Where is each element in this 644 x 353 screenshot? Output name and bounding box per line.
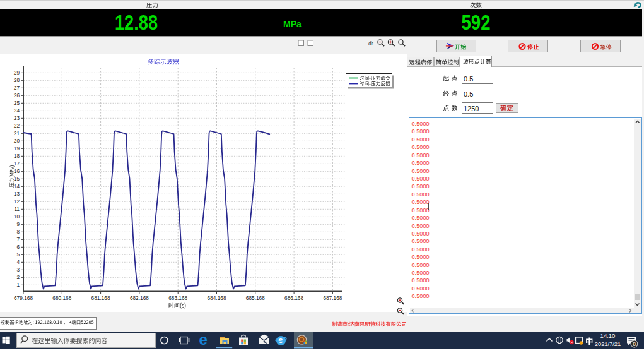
- svg-text:0.5000: 0.5000: [412, 262, 430, 268]
- svg-text:2: 2: [16, 274, 20, 280]
- svg-text:9: 9: [16, 221, 20, 227]
- svg-text:0.5000: 0.5000: [412, 223, 430, 229]
- svg-text:5: 5: [16, 251, 20, 258]
- svg-text:27: 27: [14, 85, 20, 91]
- svg-text:10: 10: [14, 213, 20, 220]
- svg-text:21: 21: [14, 130, 20, 136]
- svg-text:20: 20: [14, 138, 20, 144]
- svg-text:0.5000: 0.5000: [412, 176, 430, 182]
- svg-text:0.5000: 0.5000: [412, 277, 430, 284]
- svg-text:687.168: 687.168: [323, 295, 342, 301]
- svg-text:0.5000: 0.5000: [412, 160, 430, 166]
- svg-text:0.5000: 0.5000: [412, 168, 430, 174]
- svg-text:680.168: 680.168: [52, 295, 71, 301]
- svg-text:11: 11: [14, 206, 20, 212]
- svg-text:16: 16: [14, 168, 20, 174]
- svg-text:6: 6: [16, 244, 20, 250]
- svg-text:685.168: 685.168: [246, 295, 265, 301]
- svg-text:7: 7: [16, 236, 20, 242]
- svg-text:0.5000: 0.5000: [412, 191, 430, 198]
- svg-text:18: 18: [14, 153, 20, 159]
- svg-text:0.5000: 0.5000: [412, 152, 430, 159]
- svg-text:12.88: 12.88: [115, 11, 158, 34]
- svg-text:0.5000: 0.5000: [412, 285, 430, 292]
- svg-text:1250: 1250: [464, 105, 479, 112]
- svg-text:0.5000: 0.5000: [412, 270, 430, 276]
- svg-text:0.5000: 0.5000: [412, 183, 430, 189]
- svg-text:25: 25: [14, 100, 20, 106]
- svg-text:14: 14: [14, 183, 20, 189]
- svg-text:MPa: MPa: [283, 19, 302, 29]
- svg-text:4: 4: [16, 259, 20, 265]
- svg-text:684.168: 684.168: [208, 295, 226, 301]
- svg-text:0.5000: 0.5000: [412, 144, 430, 150]
- svg-text:0.5000: 0.5000: [412, 254, 430, 260]
- svg-text:8: 8: [633, 341, 636, 347]
- svg-text:22: 22: [14, 123, 20, 129]
- svg-text:0.5: 0.5: [464, 75, 473, 83]
- svg-text:0.5000: 0.5000: [412, 230, 430, 237]
- svg-text:0.5000: 0.5000: [412, 215, 430, 221]
- svg-text:29: 29: [14, 69, 20, 76]
- svg-text:686.168: 686.168: [284, 295, 303, 301]
- svg-text:13: 13: [14, 191, 20, 197]
- svg-text:592: 592: [462, 11, 491, 34]
- svg-text:0.5000: 0.5000: [412, 238, 430, 244]
- svg-text:14:10: 14:10: [600, 332, 616, 339]
- svg-text:0.5000: 0.5000: [412, 207, 430, 213]
- svg-text:682.168: 682.168: [130, 295, 149, 301]
- svg-text:3: 3: [16, 266, 20, 273]
- svg-text:28: 28: [14, 77, 20, 83]
- svg-text:24: 24: [14, 107, 20, 114]
- svg-text:e: e: [278, 335, 283, 345]
- svg-text:1: 1: [16, 282, 20, 288]
- svg-text:0.5000: 0.5000: [412, 128, 430, 135]
- svg-text:17: 17: [14, 160, 20, 167]
- svg-text:681.168: 681.168: [91, 295, 110, 301]
- svg-text:26: 26: [14, 92, 20, 99]
- svg-text:8: 8: [16, 229, 20, 235]
- svg-text:2021/7/21: 2021/7/21: [595, 341, 621, 347]
- svg-text:0.5000: 0.5000: [412, 121, 430, 127]
- svg-text:0.5000: 0.5000: [412, 246, 430, 253]
- svg-text:23: 23: [14, 115, 20, 121]
- svg-text:0.5: 0.5: [464, 90, 473, 98]
- svg-text:0.5000: 0.5000: [412, 199, 430, 205]
- svg-text:683.168: 683.168: [168, 295, 187, 301]
- svg-text:15: 15: [14, 176, 20, 182]
- svg-text:19: 19: [14, 145, 20, 152]
- svg-text:e: e: [199, 331, 208, 348]
- svg-text:0.5000: 0.5000: [412, 293, 430, 299]
- svg-text:12: 12: [14, 198, 20, 205]
- svg-text:0.5000: 0.5000: [412, 136, 430, 143]
- svg-text:dr: dr: [368, 40, 373, 47]
- svg-text:679.168: 679.168: [14, 295, 33, 301]
